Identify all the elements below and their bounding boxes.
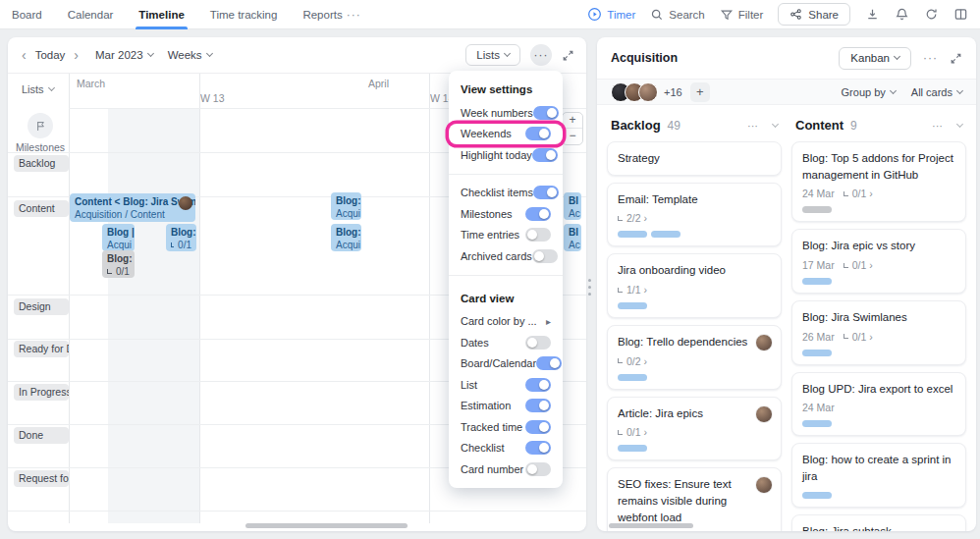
- toggle-switch[interactable]: [532, 249, 558, 263]
- list-row-label[interactable]: Content: [14, 200, 69, 217]
- filter-button[interactable]: Filter: [720, 8, 764, 22]
- toggle-switch[interactable]: [533, 106, 559, 120]
- weekend-shading: [108, 108, 199, 523]
- refresh-icon[interactable]: [924, 7, 939, 22]
- member-avatars[interactable]: [611, 82, 652, 102]
- horizontal-scrollbar[interactable]: [245, 523, 408, 528]
- view-settings-item[interactable]: Time entries: [449, 225, 563, 246]
- list-row-label[interactable]: Design: [14, 298, 69, 315]
- period-label: Mar 2023: [95, 49, 143, 61]
- period-dropdown[interactable]: Mar 2023: [95, 49, 153, 61]
- expand-icon[interactable]: [950, 52, 962, 65]
- list-row-label[interactable]: Request for...: [14, 470, 69, 487]
- board-card[interactable]: Blog: Trello dependencies 0/2›: [607, 325, 782, 390]
- expand-icon[interactable]: [562, 49, 574, 62]
- toggle-switch[interactable]: [525, 207, 551, 221]
- board-card[interactable]: Article: Jira epics 0/1›: [607, 397, 782, 461]
- nav-tab[interactable]: Calendar: [68, 0, 114, 29]
- chevron-down-icon: [504, 50, 511, 57]
- toggle-switch[interactable]: [532, 148, 558, 162]
- view-settings-item[interactable]: Archived cards: [449, 245, 563, 267]
- view-settings-item[interactable]: Card number ▸: [449, 458, 563, 480]
- view-settings-item[interactable]: Week numbers: [449, 102, 563, 124]
- timeline-card[interactable]: BlAc: [564, 224, 581, 251]
- toggle-switch[interactable]: [525, 420, 551, 434]
- column-more-button[interactable]: ···: [932, 120, 943, 132]
- toggle-switch[interactable]: [525, 441, 551, 455]
- zoom-out-button[interactable]: −: [563, 129, 582, 144]
- view-settings-item[interactable]: Weekends: [449, 124, 563, 145]
- chevron-down-icon[interactable]: [956, 120, 963, 127]
- timeline-card[interactable]: Blog:Acqui: [331, 224, 361, 251]
- panel-resize-handle[interactable]: [588, 279, 591, 296]
- group-by-dropdown[interactable]: Group by: [842, 86, 896, 98]
- timeline-card[interactable]: Blog |Acqui: [102, 224, 135, 251]
- list-row-label[interactable]: Backlog: [14, 155, 69, 172]
- today-button[interactable]: Today: [35, 49, 66, 61]
- share-button[interactable]: Share: [778, 3, 850, 26]
- board-card[interactable]: Strategy ›: [607, 141, 782, 176]
- toggle-switch[interactable]: [525, 399, 551, 412]
- milestones-flag-button[interactable]: [27, 113, 53, 138]
- prev-period-button[interactable]: ‹: [22, 48, 27, 62]
- nav-tab[interactable]: Timeline: [138, 0, 184, 29]
- grid-lists-dropdown[interactable]: Lists: [22, 83, 54, 95]
- split-view-icon[interactable]: [953, 7, 968, 22]
- board-card[interactable]: Blog UPD: Jira export to excel 24 Mar ›: [791, 372, 966, 437]
- cards-filter-dropdown[interactable]: All cards: [911, 86, 962, 98]
- view-settings-item[interactable]: Checklist items: [449, 183, 563, 204]
- toggle-switch[interactable]: [525, 462, 551, 476]
- bell-icon[interactable]: [895, 7, 909, 22]
- toggle-switch[interactable]: [533, 186, 559, 199]
- view-settings-item[interactable]: Dates ▸: [449, 332, 563, 353]
- view-settings-item[interactable]: List ▸: [449, 374, 563, 396]
- view-settings-item[interactable]: Highlight today: [449, 144, 563, 166]
- next-period-button[interactable]: ›: [74, 48, 79, 62]
- board-view-dropdown[interactable]: Kanban: [839, 47, 911, 70]
- board-card[interactable]: Blog: Top 5 addons for Project managemen…: [791, 141, 966, 222]
- timeline-card[interactable]: Blog: 0/1: [102, 250, 135, 278]
- nav-tab[interactable]: Reports: [302, 0, 342, 29]
- board-card[interactable]: Blog: Jira Swimlanes 26 Mar 0/1›: [791, 300, 966, 365]
- nav-tab[interactable]: Time tracking: [210, 0, 278, 29]
- list-row-label[interactable]: In Progress: [14, 384, 69, 401]
- view-settings-item[interactable]: Checklist ▸: [449, 438, 563, 459]
- view-settings-item[interactable]: Card color by ... ▸: [449, 311, 563, 333]
- timeline-card[interactable]: Blog:Acqui: [331, 192, 361, 220]
- toggle-switch[interactable]: [525, 378, 551, 392]
- lists-dropdown-button[interactable]: Lists: [465, 44, 520, 66]
- board-card[interactable]: SEO fixes: Ensure text remains visible d…: [607, 467, 782, 531]
- board-card[interactable]: Jira onboarding video 1/1›: [607, 253, 782, 318]
- add-member-button[interactable]: +: [690, 82, 710, 102]
- timeline-more-button[interactable]: ···: [530, 44, 552, 66]
- list-row-label[interactable]: Done: [14, 427, 69, 444]
- toggle-switch[interactable]: [525, 336, 551, 350]
- scale-dropdown[interactable]: Weeks: [168, 49, 212, 61]
- column-more-button[interactable]: ···: [747, 120, 758, 132]
- chevron-down-icon[interactable]: [772, 120, 779, 127]
- board-card[interactable]: Blog: how to create a sprint in jira ›: [791, 443, 966, 507]
- timeline-card[interactable]: Content < Blog: Jira Swimlar Acquisition…: [70, 193, 195, 222]
- nav-tab[interactable]: Board: [12, 0, 42, 29]
- toggle-switch[interactable]: [536, 356, 562, 370]
- view-settings-item[interactable]: Estimation ▸: [449, 396, 563, 417]
- zoom-in-button[interactable]: +: [563, 113, 582, 129]
- timeline-card[interactable]: Blog: 0/1: [166, 224, 196, 251]
- toggle-switch[interactable]: [525, 228, 551, 242]
- horizontal-scrollbar[interactable]: [609, 523, 693, 528]
- timer-button[interactable]: Timer: [587, 7, 635, 22]
- view-settings-item[interactable]: Board/Calendar ▸: [449, 353, 563, 375]
- board-more-button[interactable]: ···: [923, 51, 938, 65]
- view-settings-item[interactable]: Milestones: [449, 203, 563, 225]
- board-card[interactable]: Blog: Jira epic vs story 17 Mar 0/1›: [791, 229, 966, 294]
- more-members-badge[interactable]: +16: [664, 86, 682, 98]
- list-row-label[interactable]: Ready for D...: [14, 341, 69, 357]
- toggle-switch[interactable]: [525, 127, 551, 140]
- board-card[interactable]: Email: Template 2/2›: [607, 183, 782, 247]
- nav-overflow-icon[interactable]: ···: [347, 8, 361, 22]
- search-button[interactable]: Search: [650, 8, 704, 22]
- board-card[interactable]: Blog: Jira subtask 31 Mar ›: [791, 514, 966, 531]
- view-settings-item[interactable]: Tracked time ▸: [449, 416, 563, 438]
- download-icon[interactable]: [865, 7, 880, 22]
- timeline-card[interactable]: BlAc: [564, 192, 581, 220]
